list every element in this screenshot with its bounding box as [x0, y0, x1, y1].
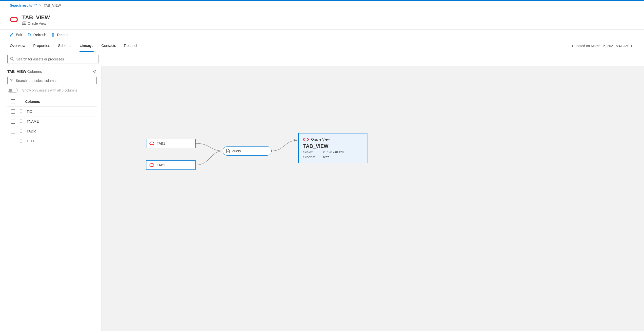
- column-icon: [20, 139, 22, 143]
- edit-icon: [10, 33, 14, 37]
- page-header: TAB_VIEW Oracle View: [0, 10, 644, 29]
- page-subtitle-text: Oracle View: [28, 21, 46, 25]
- document-icon: [226, 149, 230, 153]
- tab-contacts[interactable]: Contacts: [102, 40, 116, 52]
- column-name: TTEL: [27, 139, 35, 143]
- column-checkbox[interactable]: [11, 129, 15, 133]
- delete-icon: [51, 33, 55, 37]
- column-row[interactable]: TTEL: [8, 136, 96, 146]
- collapse-panel-button[interactable]: [93, 69, 96, 73]
- lineage-node-detail[interactable]: Oracle View TAB_VIEW Server: 20.198.248.…: [298, 133, 368, 163]
- page-subtitle: Oracle View: [22, 21, 50, 25]
- chevron-double-left-icon: [93, 70, 96, 73]
- page-title: TAB_VIEW: [22, 14, 50, 21]
- column-filter-box[interactable]: [8, 77, 96, 84]
- column-row[interactable]: TID: [8, 107, 96, 116]
- refresh-icon: [27, 32, 31, 37]
- lineage-node-label: TAB1: [157, 141, 165, 145]
- column-name: TID: [27, 109, 32, 113]
- refresh-label: Refresh: [33, 32, 46, 37]
- column-name: TNAME: [27, 119, 39, 123]
- lineage-detail-type: Oracle View: [311, 137, 330, 141]
- panel-title-sub-text: Columns: [28, 69, 42, 73]
- delete-button[interactable]: Delete: [51, 32, 68, 37]
- lineage-detail-schema-value: NYY: [323, 155, 329, 159]
- panel-title: TAB_VIEW: [8, 69, 26, 73]
- column-row[interactable]: TADR: [8, 126, 96, 136]
- column-checkbox[interactable]: [11, 109, 15, 114]
- lineage-node-query[interactable]: query: [223, 146, 272, 156]
- search-input[interactable]: [16, 57, 96, 61]
- tab-properties[interactable]: Properties: [33, 40, 50, 52]
- tabs: Overview Properties Schema Lineage Conta…: [10, 40, 137, 52]
- column-checkbox[interactable]: [11, 119, 15, 124]
- panel-header: TAB_VIEW Columns: [8, 69, 96, 73]
- toggle-label: Show only assets with all 0 columns: [22, 88, 77, 92]
- lineage-detail-name: TAB_VIEW: [303, 143, 362, 149]
- filter-icon: [10, 79, 13, 83]
- edit-label: Edit: [16, 32, 22, 37]
- column-icon: [20, 109, 22, 114]
- oracle-icon: [150, 163, 154, 167]
- tab-schema[interactable]: Schema: [58, 40, 72, 52]
- column-icon: [20, 129, 22, 133]
- columns-panel: TAB_VIEW Columns Show only assets with a…: [0, 66, 102, 331]
- lineage-edges: [102, 66, 644, 331]
- lineage-detail-server-label: Server:: [303, 150, 317, 154]
- tab-overview[interactable]: Overview: [10, 40, 26, 52]
- column-name: TADR: [27, 129, 36, 133]
- lineage-canvas[interactable]: TAB1 TAB2 query Oracle View TAB_VIEW Ser…: [102, 66, 644, 331]
- svg-point-6: [10, 57, 13, 60]
- refresh-button[interactable]: Refresh: [27, 32, 46, 37]
- show-only-toggle[interactable]: [8, 88, 18, 93]
- edit-button[interactable]: Edit: [10, 32, 22, 37]
- svg-rect-20: [304, 138, 308, 141]
- search-icon: [10, 57, 14, 61]
- column-checkbox[interactable]: [11, 139, 15, 143]
- updated-timestamp: Updated on March 25, 2021 5:41 AM UT: [572, 44, 634, 48]
- lineage-detail-schema-label: Schema:: [303, 155, 317, 159]
- tab-related[interactable]: Related: [124, 40, 137, 52]
- content-area: TAB_VIEW Columns Show only assets with a…: [0, 66, 644, 331]
- svg-rect-17: [150, 164, 154, 167]
- breadcrumb-link-search-results[interactable]: Search results "*": [10, 3, 37, 7]
- svg-rect-16: [150, 142, 154, 145]
- tab-lineage[interactable]: Lineage: [80, 40, 94, 52]
- toggle-row: Show only assets with all 0 columns: [8, 88, 96, 93]
- column-filter-input[interactable]: [16, 79, 94, 83]
- lineage-node-label: TAB2: [157, 163, 165, 167]
- oracle-icon: [10, 17, 18, 23]
- column-icon: [20, 119, 22, 124]
- lineage-detail-server-value: 20.198.248.129: [323, 150, 344, 154]
- search-row: [0, 52, 644, 66]
- breadcrumb: Search results "*" > TAB_VIEW: [0, 1, 644, 10]
- search-box[interactable]: [8, 55, 99, 63]
- lineage-node-tab1[interactable]: TAB1: [146, 139, 196, 148]
- oracle-icon: [150, 142, 154, 145]
- tabs-row: Overview Properties Schema Lineage Conta…: [0, 40, 644, 52]
- svg-rect-0: [10, 17, 17, 22]
- columns-list: Columns TID TNAME TADR TTEL: [8, 97, 96, 146]
- view-icon: [22, 21, 26, 25]
- lineage-node-label: query: [232, 149, 241, 153]
- lineage-node-tab2[interactable]: TAB2: [146, 160, 196, 170]
- delete-label: Delete: [57, 32, 68, 37]
- select-all-checkbox[interactable]: [11, 99, 15, 104]
- header-action-button[interactable]: [633, 16, 638, 21]
- columns-header-row: Columns: [8, 97, 96, 107]
- toolbar: Edit Refresh Delete: [0, 29, 644, 40]
- svg-line-7: [12, 59, 14, 60]
- breadcrumb-separator: >: [39, 3, 41, 7]
- columns-header-label: Columns: [25, 100, 40, 104]
- breadcrumb-current: TAB_VIEW: [44, 3, 61, 7]
- oracle-icon: [303, 138, 309, 141]
- column-row[interactable]: TNAME: [8, 116, 96, 126]
